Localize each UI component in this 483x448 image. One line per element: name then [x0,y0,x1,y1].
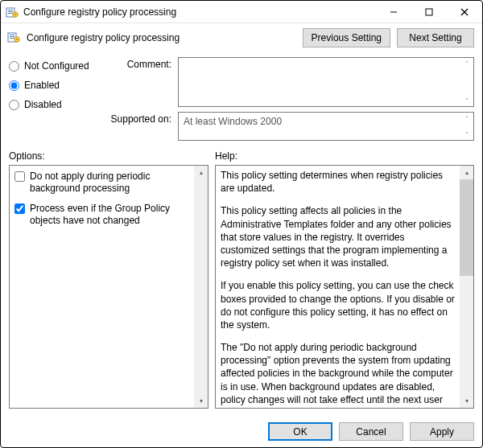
disabled-label[interactable]: Disabled [24,99,62,110]
supported-label: Supported on: [105,112,178,125]
comment-label: Comment: [105,57,178,70]
config-area: Not Configured Enabled Disabled Comment:… [1,52,482,144]
help-scrollbar[interactable]: ▴ ▾ [460,166,473,408]
options-pane: Do not apply during periodic background … [9,165,208,409]
section-labels: Options: Help: [1,144,482,165]
not-configured-radio[interactable] [9,61,19,72]
supported-scroll: ˄ ˅ [462,114,472,138]
ok-button[interactable]: OK [268,422,332,441]
svg-rect-13 [10,38,14,39]
maximize-icon [425,8,433,16]
svg-rect-2 [8,11,13,12]
help-p4: The "Do not apply during periodic backgr… [221,341,455,408]
svg-rect-3 [8,13,13,14]
close-icon [460,8,469,16]
enabled-radio[interactable] [9,80,19,91]
scroll-up-icon[interactable]: ▴ [460,166,473,179]
scroll-down-icon[interactable]: ˅ [462,130,472,138]
panes: Do not apply during periodic background … [1,165,482,415]
scroll-down-icon[interactable]: ▾ [460,394,473,408]
maximize-button[interactable] [411,1,447,23]
options-scrollbar[interactable]: ▴ ▾ [194,166,208,408]
svg-rect-11 [10,35,14,35]
button-bar: OK Cancel Apply [1,415,482,447]
enabled-label[interactable]: Enabled [24,80,60,91]
window-title: Configure registry policy processing [23,6,376,18]
apply-button[interactable]: Apply [410,422,474,441]
supported-box: At least Windows 2000 ˄ ˅ [178,112,474,141]
dialog-window: Configure registry policy processing Con… [0,0,483,448]
svg-rect-12 [10,36,14,37]
help-text: This policy setting determines when regi… [216,166,460,408]
comment-input[interactable]: ˄ ˅ [178,57,474,107]
help-p2: This policy setting affects all policies… [221,204,455,269]
scroll-up-icon[interactable]: ˄ [462,114,472,122]
not-configured-label[interactable]: Not Configured [24,60,89,72]
previous-setting-button[interactable]: Previous Setting [303,28,390,47]
titlebar: Configure registry policy processing [1,1,482,23]
scroll-up-icon[interactable]: ▴ [194,166,208,179]
scroll-down-icon[interactable]: ▾ [194,394,208,408]
svg-rect-7 [426,9,432,15]
minimize-icon [390,8,398,16]
close-button[interactable] [447,1,482,23]
window-buttons [376,1,482,23]
state-radios: Not Configured Enabled Disabled [9,57,105,141]
opt-process-even-label[interactable]: Process even if the Group Policy objects… [30,203,189,227]
help-p3: If you enable this policy setting, you c… [221,279,455,331]
scroll-thumb[interactable] [460,179,473,276]
help-p1: This policy setting determines when regi… [221,169,455,195]
opt-no-background-label[interactable]: Do not apply during periodic background … [30,171,189,195]
subheader: Configure registry policy processing Pre… [1,23,482,52]
help-pane: This policy setting determines when regi… [215,165,474,409]
help-heading: Help: [215,150,474,162]
policy-icon [7,31,22,45]
svg-rect-5 [14,14,16,15]
cancel-button[interactable]: Cancel [339,422,403,441]
svg-rect-1 [8,10,13,10]
options-heading: Options: [9,150,215,162]
scroll-down-icon[interactable]: ˅ [462,97,472,105]
comment-scroll: ˄ ˅ [462,60,472,105]
policy-icon [6,6,19,18]
supported-value: At least Windows 2000 [184,116,282,127]
opt-process-even-checkbox[interactable] [14,203,25,214]
opt-no-background-checkbox[interactable] [14,171,25,182]
svg-rect-15 [16,39,18,40]
subtitle: Configure registry policy processing [27,32,296,43]
scroll-up-icon[interactable]: ˄ [462,60,472,68]
field-column: Comment: ˄ ˅ Supported on: At least Wind… [105,57,474,141]
next-setting-button[interactable]: Next Setting [397,28,474,47]
minimize-button[interactable] [376,1,411,23]
disabled-radio[interactable] [9,100,19,110]
